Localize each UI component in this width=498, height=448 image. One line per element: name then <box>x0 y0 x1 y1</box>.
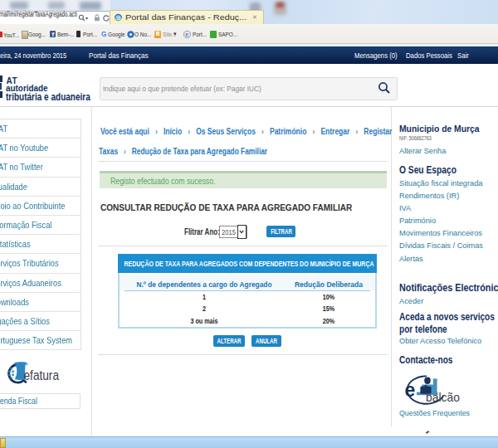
svg-text:e: e <box>405 379 416 401</box>
svg-text:efatura: efatura <box>24 368 60 383</box>
svg-text:balcão: balcão <box>426 391 460 404</box>
svg-text:e: e <box>185 32 188 37</box>
